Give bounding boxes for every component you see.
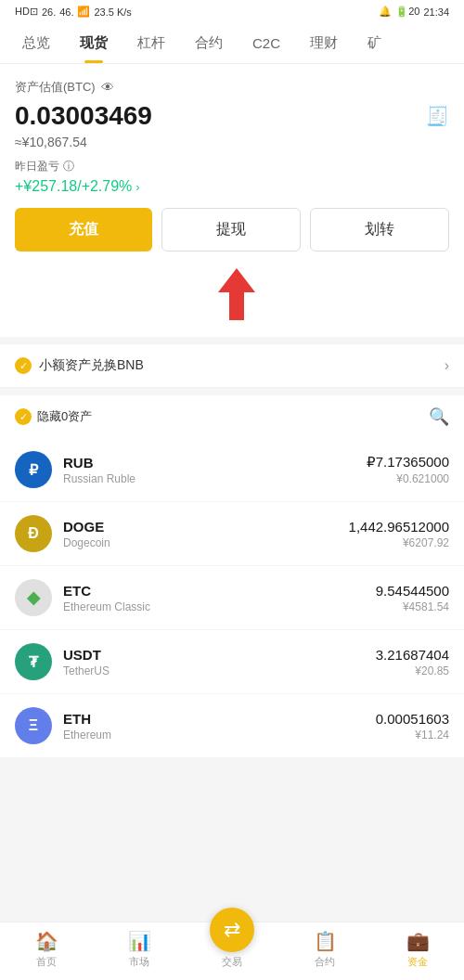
eth-amount: 0.00051603 — [376, 711, 449, 727]
hide-assets-label: 隐藏0资产 — [37, 408, 92, 425]
transfer-button[interactable]: 划转 — [310, 208, 449, 251]
doge-name: Dogecoin — [63, 536, 349, 549]
bnb-check-icon: ✓ — [15, 357, 32, 374]
rub-info: RUB Russian Ruble — [63, 455, 367, 485]
wifi-icon: 📶 — [77, 6, 90, 18]
assets-icon: 💼 — [406, 930, 430, 952]
recharge-button[interactable]: 充值 — [15, 208, 152, 251]
tab-c2c[interactable]: C2C — [238, 24, 295, 62]
coin-item-eth[interactable]: Ξ ETH Ethereum 0.00051603 ¥11.24 — [0, 694, 464, 758]
coin-item-rub[interactable]: ₽ RUB Russian Ruble ₽7.17365000 ¥0.62100… — [0, 438, 464, 502]
up-arrow-icon — [213, 266, 260, 322]
bnb-banner[interactable]: ✓ 小额资产兑换BNB › — [0, 344, 464, 388]
usdt-balance: 3.21687404 ¥20.85 — [376, 647, 449, 677]
etc-balance: 9.54544500 ¥4581.54 — [376, 583, 449, 613]
tab-leverage[interactable]: 杠杆 — [122, 23, 180, 63]
eth-name: Ethereum — [63, 729, 376, 741]
asset-label-text: 资产估值(BTC) — [15, 79, 96, 96]
coin-item-doge[interactable]: Ð DOGE Dogecoin 1,442.96512000 ¥6207.92 — [0, 502, 464, 566]
rub-cny: ¥0.621000 — [367, 472, 449, 485]
nav-trade[interactable]: ⇄ 交易 — [204, 930, 260, 969]
bnb-banner-text: 小额资产兑换BNB — [39, 357, 144, 374]
svg-marker-0 — [218, 268, 255, 320]
alarm-icon: 🔔 — [379, 6, 392, 18]
doge-info: DOGE Dogecoin — [63, 519, 349, 549]
nav-trade-label: 交易 — [222, 955, 242, 969]
trade-icon: ⇄ — [224, 918, 240, 942]
status-hd: HD⊡ — [15, 6, 38, 18]
tab-overview[interactable]: 总览 — [7, 23, 65, 63]
status-4g: 46. — [59, 6, 73, 18]
profit-chevron-icon: › — [135, 180, 139, 194]
tab-contract[interactable]: 合约 — [180, 23, 238, 63]
coin-list: ₽ RUB Russian Ruble ₽7.17365000 ¥0.62100… — [0, 438, 464, 758]
eye-icon[interactable]: 👁 — [101, 80, 114, 95]
usdt-icon: ₮ — [15, 643, 52, 680]
doge-cny: ¥6207.92 — [349, 536, 449, 549]
bnb-chevron-icon: › — [445, 357, 449, 374]
info-icon: ⓘ — [63, 159, 74, 174]
tab-spot[interactable]: 现货 — [65, 23, 122, 63]
nav-futures-label: 合约 — [315, 955, 335, 969]
nav-tabs: 总览 现货 杠杆 合约 C2C 理财 矿 — [0, 23, 464, 64]
action-buttons: 充值 提现 划转 — [15, 208, 449, 251]
asset-label: 资产估值(BTC) 👁 — [15, 79, 449, 96]
rub-name: Russian Ruble — [63, 472, 367, 485]
doge-balance: 1,442.96512000 ¥6207.92 — [349, 519, 449, 549]
etc-amount: 9.54544500 — [376, 583, 449, 599]
doge-symbol: DOGE — [63, 519, 349, 535]
eth-symbol: ETH — [63, 711, 376, 727]
coin-item-usdt[interactable]: ₮ USDT TetherUS 3.21687404 ¥20.85 — [0, 630, 464, 694]
doge-icon: Ð — [15, 515, 52, 552]
bottom-spacer — [0, 758, 464, 832]
etc-icon: ◆ — [15, 579, 52, 616]
eth-icon: Ξ — [15, 707, 52, 744]
hide-check-icon: ✓ — [15, 408, 32, 425]
usdt-name: TetherUS — [63, 664, 376, 677]
nav-market-label: 市场 — [129, 955, 149, 969]
nav-assets-label: 资金 — [407, 955, 428, 969]
search-icon: 🔍 — [429, 407, 449, 426]
time-display: 21:34 — [423, 6, 449, 18]
eth-cny: ¥11.24 — [376, 729, 449, 741]
eth-info: ETH Ethereum — [63, 711, 376, 741]
trade-center-button[interactable]: ⇄ — [210, 908, 254, 952]
tab-finance[interactable]: 理财 — [295, 23, 353, 63]
market-icon: 📊 — [128, 930, 151, 952]
profit-label: 昨日盈亏 ⓘ — [15, 159, 449, 174]
nav-futures[interactable]: 📋 合约 — [297, 930, 353, 969]
usdt-amount: 3.21687404 — [376, 647, 449, 663]
nav-assets[interactable]: 💼 资金 — [390, 930, 445, 969]
nav-home-label: 首页 — [36, 955, 57, 969]
rub-amount: ₽7.17365000 — [367, 454, 449, 471]
receipt-icon[interactable]: 🧾 — [426, 105, 449, 127]
doge-amount: 1,442.96512000 — [349, 519, 449, 535]
section-divider — [0, 337, 464, 344]
network-speed: 23.5 K/s — [94, 6, 131, 18]
asset-main-row: 0.03003469 🧾 — [15, 101, 449, 131]
withdraw-button[interactable]: 提现 — [161, 208, 301, 251]
cny-approx: ≈¥10,867.54 — [15, 135, 449, 149]
etc-name: Ethereum Classic — [63, 600, 376, 613]
coin-item-etc[interactable]: ◆ ETC Ethereum Classic 9.54544500 ¥4581.… — [0, 566, 464, 630]
nav-market[interactable]: 📊 市场 — [111, 930, 167, 969]
rub-icon: ₽ — [15, 451, 52, 488]
search-button[interactable]: 🔍 — [429, 406, 449, 427]
btc-value: 0.03003469 — [15, 101, 152, 131]
status-right: 🔔 🔋20 21:34 — [379, 6, 449, 18]
etc-cny: ¥4581.54 — [376, 600, 449, 613]
etc-symbol: ETC — [63, 583, 376, 599]
profit-value: +¥257.18/+2.79% › — [15, 178, 449, 195]
home-icon: 🏠 — [35, 930, 58, 952]
hide-assets-toggle[interactable]: ✓ 隐藏0资产 — [15, 408, 92, 425]
arrow-annotation — [15, 266, 449, 322]
rub-balance: ₽7.17365000 ¥0.621000 — [367, 454, 449, 485]
usdt-cny: ¥20.85 — [376, 664, 449, 677]
tab-mining[interactable]: 矿 — [353, 23, 396, 63]
futures-icon: 📋 — [314, 930, 337, 952]
status-bar: HD⊡ 26. 46. 📶 23.5 K/s 🔔 🔋20 21:34 — [0, 0, 464, 23]
nav-home[interactable]: 🏠 首页 — [19, 930, 74, 969]
bnb-banner-left: ✓ 小额资产兑换BNB — [15, 357, 144, 374]
asset-list-header: ✓ 隐藏0资产 🔍 — [0, 395, 464, 438]
section-divider-2 — [0, 388, 464, 395]
